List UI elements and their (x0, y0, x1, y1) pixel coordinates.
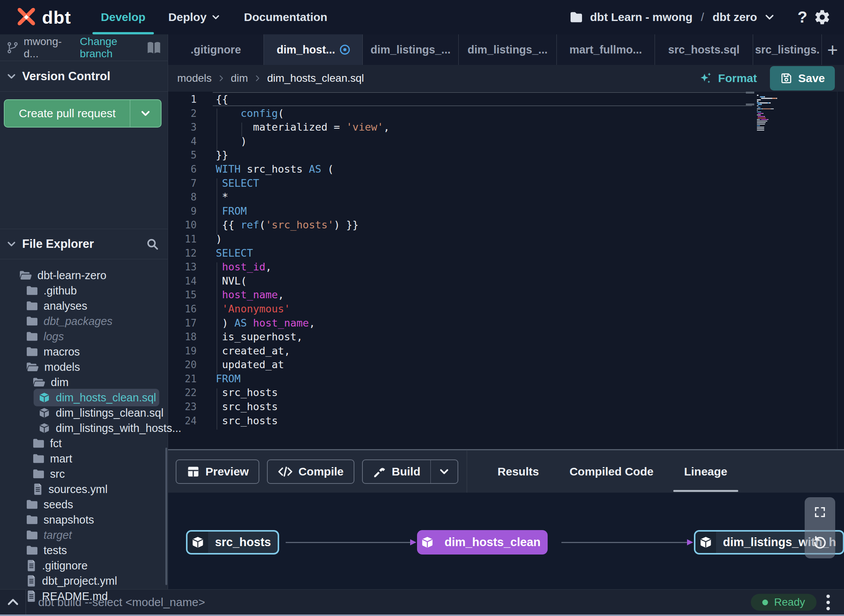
environment-name[interactable]: dbt zero (713, 11, 757, 24)
tree-item-seeds[interactable]: seeds (0, 497, 168, 512)
tree-item-label: analyses (44, 300, 87, 312)
tree-item-dbt-packages[interactable]: dbt_packages (0, 314, 168, 329)
tree-item-dbt-project-yml[interactable]: dbt_project.yml (0, 573, 168, 589)
tree-item-macros[interactable]: macros (0, 344, 168, 359)
button-label: Build (392, 465, 420, 478)
build-button[interactable]: Build (362, 459, 458, 484)
tab--gitignore[interactable]: .gitignore (168, 34, 264, 65)
model-cube-icon (188, 532, 208, 553)
panel-tab-compiled-code[interactable]: Compiled Code (554, 450, 669, 493)
docs-book-icon[interactable] (146, 41, 162, 55)
format-label: Format (718, 72, 757, 85)
tree-item-logs[interactable]: logs (0, 329, 168, 344)
tree-item-dim-listings-with-hosts-[interactable]: dim_listings_with_hosts... (0, 420, 168, 436)
change-branch-link[interactable]: Change branch (80, 36, 142, 60)
tree-item--gitignore[interactable]: .gitignore (0, 558, 168, 573)
tree-item-label: dbt_project.yml (42, 575, 117, 587)
file-icon (26, 575, 37, 587)
tree-item-target[interactable]: target (0, 527, 168, 543)
create-pull-request-button[interactable]: Create pull request (4, 99, 162, 128)
help-icon[interactable]: ? (797, 8, 807, 26)
code-line-17: ) AS host_name, (216, 316, 390, 330)
tree-item-label: mart (50, 453, 72, 465)
nav-label: Develop (101, 11, 146, 24)
pull-request-dropdown-chevron-icon[interactable] (130, 100, 161, 127)
nav-item-develop[interactable]: Develop (89, 0, 157, 34)
project-name[interactable]: dbt Learn - mwong (590, 11, 692, 24)
tree-item-label: target (44, 529, 72, 542)
main-nav: DevelopDeployDocumentation (89, 0, 339, 34)
lineage-node-dim_hosts_clean[interactable]: dim_hosts_clean (417, 530, 548, 555)
kebab-menu-icon[interactable] (817, 595, 839, 610)
nav-item-documentation[interactable]: Documentation (233, 0, 339, 34)
model-icon (38, 391, 50, 404)
tab-dim-host-[interactable]: dim_host... (264, 34, 363, 65)
tab-src-listings-[interactable]: src_listings. (753, 34, 822, 65)
tree-item-dim-listings-clean-sql[interactable]: dim_listings_clean.sql (0, 405, 168, 420)
breadcrumb-item[interactable]: dim_hosts_clean.sql (267, 72, 364, 84)
code-content[interactable]: {{ config( materialized = 'view', )}}WIT… (216, 92, 390, 428)
new-tab-button[interactable]: + (822, 34, 843, 65)
code-icon (278, 465, 293, 479)
result-panel-tabs: ResultsCompiled CodeLineage (482, 450, 743, 493)
refresh-icon[interactable] (812, 535, 828, 550)
folder-icon (26, 545, 38, 556)
tree-item-label: tests (44, 544, 67, 557)
folder-icon (26, 514, 38, 525)
dbt-logo[interactable]: dbt (15, 5, 71, 29)
model-icon (38, 407, 50, 419)
panel-tab-lineage[interactable]: Lineage (669, 450, 742, 493)
environment-chevron-down-icon[interactable] (763, 11, 776, 24)
tree-item-analyses[interactable]: analyses (0, 298, 168, 314)
minimap[interactable] (757, 95, 818, 131)
search-icon[interactable] (146, 237, 159, 251)
file-tree: dbt-learn-zero.githubanalysesdbt_package… (0, 259, 168, 604)
tab-label: src_listings. (755, 44, 820, 56)
compile-button[interactable]: Compile (267, 459, 354, 484)
tree-item-sources-yml[interactable]: sources.yml (0, 482, 168, 497)
lineage-node-src_hosts[interactable]: src_hosts (186, 530, 279, 555)
breadcrumb-bar: modelsdimdim_hosts_clean.sql Format Save (168, 65, 844, 92)
tree-item-label: README.md (42, 590, 108, 603)
tree-item-dbt-learn-zero[interactable]: dbt-learn-zero (0, 268, 168, 283)
fullscreen-icon[interactable] (813, 506, 826, 519)
file-explorer-header[interactable]: File Explorer (0, 229, 168, 259)
tab-mart-fullmo-[interactable]: mart_fullmo... (557, 34, 655, 65)
gear-icon[interactable] (813, 8, 831, 26)
breadcrumb-item[interactable]: models (177, 72, 212, 84)
expand-command-bar-chevron-up-icon[interactable] (0, 595, 26, 610)
tree-item-label: macros (44, 346, 80, 358)
tree-item-label: models (44, 361, 80, 373)
save-button[interactable]: Save (770, 66, 835, 91)
build-dropdown-chevron-icon[interactable] (430, 460, 458, 483)
chevron-down-icon (5, 238, 18, 250)
tree-item-src[interactable]: src (0, 466, 168, 482)
tab-dim-listings-[interactable]: dim_listings_... (459, 34, 557, 65)
tab-src-hosts-sql[interactable]: src_hosts.sql (655, 34, 753, 65)
breadcrumb-item[interactable]: dim (231, 72, 248, 84)
tree-item-fct[interactable]: fct (0, 436, 168, 451)
tree-item-dim[interactable]: dim (0, 375, 168, 390)
code-line-21: FROM (216, 372, 390, 386)
tree-item-models[interactable]: models (0, 359, 168, 375)
tree-item-tests[interactable]: tests (0, 543, 168, 558)
version-control-title: Version Control (22, 70, 110, 83)
tree-item--github[interactable]: .github (0, 283, 168, 298)
code-editor[interactable]: 123456789101112131415161718192021222324 … (168, 92, 844, 449)
chevron-down-icon (210, 12, 221, 23)
preview-button[interactable]: Preview (176, 459, 259, 484)
panel-tab-label: Lineage (684, 465, 727, 478)
panel-tab-results[interactable]: Results (482, 450, 554, 493)
nav-item-deploy[interactable]: Deploy (157, 0, 233, 34)
version-control-header[interactable]: Version Control (0, 61, 168, 92)
modified-indicator-icon (340, 45, 350, 55)
tab-dim-listings-[interactable]: dim_listings_... (363, 34, 459, 65)
code-line-14: NVL( (216, 274, 390, 288)
format-button[interactable]: Format (698, 71, 757, 86)
tree-item-snapshots[interactable]: snapshots (0, 512, 168, 527)
tree-item-dim-hosts-clean-sql[interactable]: dim_hosts_clean.sql (0, 390, 168, 405)
lineage-graph[interactable]: src_hostsdim_hosts_cleandim_listings_wit… (168, 493, 844, 589)
code-line-9: FROM (216, 204, 390, 218)
tree-item-mart[interactable]: mart (0, 451, 168, 466)
sidebar-scrollbar[interactable] (165, 448, 167, 585)
